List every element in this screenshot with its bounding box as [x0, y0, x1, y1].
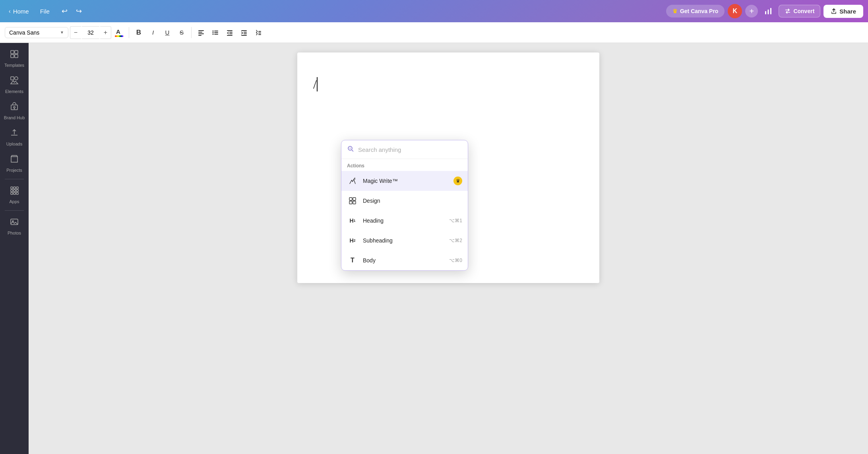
command-palette: Actions Magic Write™ ♛	[341, 140, 468, 271]
increase-size-button[interactable]: +	[100, 26, 111, 39]
apps-icon	[10, 186, 19, 198]
italic-icon: I	[152, 29, 154, 36]
sidebar-separator-2	[5, 210, 24, 211]
svg-rect-34	[11, 187, 13, 189]
body-shortcut: ⌥⌘0	[449, 258, 462, 263]
svg-rect-3	[198, 30, 204, 31]
cmd-item-heading[interactable]: H1 Heading ⌥⌘1	[341, 211, 468, 231]
svg-rect-40	[11, 192, 13, 194]
undo-button[interactable]: ↩	[58, 5, 71, 17]
font-size-input[interactable]	[82, 26, 99, 39]
uploads-icon	[10, 128, 19, 140]
avatar-button[interactable]: K	[728, 4, 742, 18]
line-spacing-button[interactable]	[252, 26, 265, 39]
convert-button[interactable]: Convert	[779, 5, 820, 17]
avatar-initial: K	[733, 8, 738, 15]
svg-rect-0	[765, 11, 766, 14]
file-label: File	[40, 8, 50, 15]
subheading-icon: H2	[347, 235, 358, 246]
redo-button[interactable]: ↪	[73, 5, 85, 17]
share-label: Share	[839, 8, 856, 15]
templates-label: Templates	[4, 63, 24, 68]
command-search	[341, 140, 468, 159]
home-label: Home	[13, 8, 29, 15]
text-color-swatch: A	[115, 28, 124, 37]
svg-rect-19	[244, 33, 247, 34]
text-area[interactable]: /	[313, 76, 583, 92]
magic-write-label: Magic Write™	[363, 178, 449, 184]
svg-point-29	[15, 77, 18, 80]
body-icon: T	[347, 255, 358, 266]
list-button[interactable]	[209, 26, 222, 39]
canvas-area[interactable]: / Actions	[29, 43, 868, 454]
decrease-size-button[interactable]: −	[70, 26, 81, 39]
svg-rect-2	[770, 8, 771, 14]
svg-rect-23	[258, 34, 261, 35]
home-nav[interactable]: ‹ Home	[5, 6, 33, 17]
svg-rect-38	[14, 190, 15, 192]
align-left-button[interactable]	[195, 26, 207, 39]
top-bar: ‹ Home File ↩ ↪ ♛ Get Canva Pro K + Conv…	[0, 0, 868, 22]
svg-rect-14	[229, 32, 232, 33]
underline-icon: U	[165, 29, 170, 36]
uploads-label: Uploads	[6, 142, 22, 146]
cmd-item-design[interactable]: Design	[341, 191, 468, 211]
indent-button[interactable]	[238, 26, 250, 39]
elements-icon	[10, 76, 19, 87]
home-chevron-icon: ‹	[9, 8, 11, 14]
magic-write-badge: ♛	[453, 177, 462, 185]
font-selector[interactable]: Canva Sans ▼	[5, 27, 68, 38]
separator-2	[191, 27, 192, 38]
main-layout: Templates Elements Brand Hu	[0, 43, 868, 454]
magic-search-icon	[347, 145, 354, 154]
sidebar-item-photos[interactable]: Photos	[2, 214, 27, 239]
format-bar: Canva Sans ▼ − + A B I U S	[0, 22, 868, 43]
font-name: Canva Sans	[9, 29, 39, 36]
actions-section-label: Actions	[341, 159, 468, 171]
brand-hub-label: Brand Hub	[4, 115, 25, 120]
sidebar-item-templates[interactable]: Templates	[2, 46, 27, 71]
svg-rect-47	[353, 198, 356, 200]
strikethrough-button[interactable]: S	[175, 26, 188, 39]
sidebar-item-brand-hub[interactable]: Brand Hub	[2, 99, 27, 123]
sidebar-item-projects[interactable]: Projects	[2, 151, 27, 176]
underline-button[interactable]: U	[161, 26, 174, 39]
get-pro-button[interactable]: ♛ Get Canva Pro	[666, 5, 725, 17]
svg-rect-4	[198, 32, 202, 33]
outdent-button[interactable]	[223, 26, 236, 39]
svg-rect-36	[16, 187, 18, 189]
projects-icon	[10, 154, 19, 166]
svg-rect-12	[214, 34, 218, 35]
add-button[interactable]: +	[745, 5, 758, 17]
heading-shortcut: ⌥⌘1	[449, 218, 462, 223]
sidebar-item-uploads[interactable]: Uploads	[2, 125, 27, 149]
svg-rect-5	[198, 33, 204, 34]
get-pro-label: Get Canva Pro	[680, 8, 718, 14]
analytics-button[interactable]	[761, 4, 775, 18]
svg-rect-41	[14, 192, 15, 194]
design-label: Design	[363, 198, 462, 204]
heading-label: Heading	[363, 217, 444, 224]
file-nav[interactable]: File	[36, 6, 54, 17]
magic-write-icon	[347, 175, 358, 186]
canvas-page[interactable]: / Actions	[297, 52, 599, 283]
italic-button[interactable]: I	[147, 26, 159, 39]
svg-point-9	[213, 32, 214, 33]
analytics-icon	[764, 7, 772, 15]
sidebar-item-elements[interactable]: Elements	[2, 72, 27, 97]
cmd-item-subheading[interactable]: H2 Subheading ⌥⌘2	[341, 231, 468, 250]
bold-button[interactable]: B	[132, 26, 145, 39]
separator-1	[129, 27, 129, 38]
share-button[interactable]: Share	[823, 5, 863, 18]
svg-rect-49	[353, 201, 356, 204]
cmd-item-body[interactable]: T Body ⌥⌘0	[341, 250, 468, 270]
sidebar-item-apps[interactable]: Apps	[2, 182, 27, 207]
brand-hub-icon	[10, 102, 19, 114]
command-search-input[interactable]	[358, 146, 462, 153]
svg-rect-17	[241, 30, 247, 31]
sidebar-separator	[5, 179, 24, 179]
cmd-item-magic-write[interactable]: Magic Write™ ♛	[341, 171, 468, 191]
text-color-button[interactable]: A	[113, 26, 126, 39]
svg-rect-26	[11, 54, 14, 58]
svg-rect-25	[15, 50, 18, 54]
